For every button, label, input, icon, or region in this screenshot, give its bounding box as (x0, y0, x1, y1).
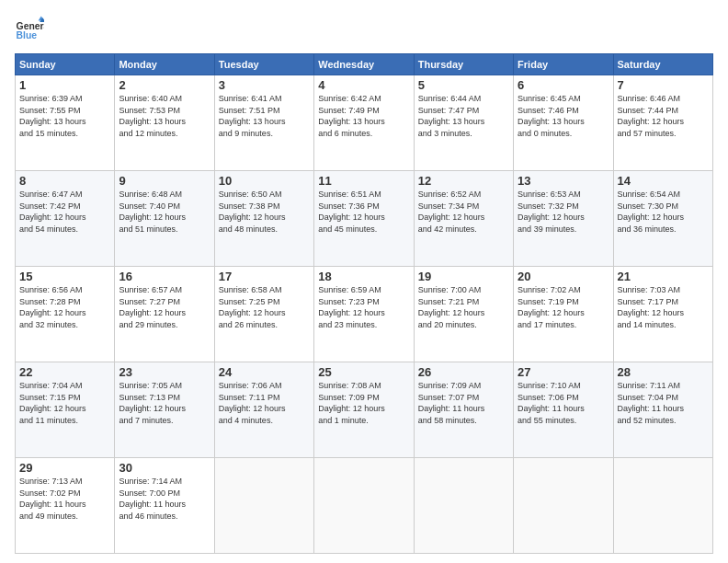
cell-info: Sunrise: 7:13 AMSunset: 7:02 PMDaylight:… (19, 476, 110, 522)
calendar-cell: 28Sunrise: 7:11 AMSunset: 7:04 PMDayligh… (613, 362, 712, 458)
cell-info: Sunrise: 6:48 AMSunset: 7:40 PMDaylight:… (119, 189, 210, 235)
cell-info: Sunrise: 6:57 AMSunset: 7:27 PMDaylight:… (119, 284, 210, 330)
calendar-header: SundayMondayTuesdayWednesdayThursdayFrid… (16, 54, 713, 75)
cell-day-number: 5 (418, 78, 509, 92)
header-cell-monday: Monday (115, 54, 214, 75)
calendar-cell: 13Sunrise: 6:53 AMSunset: 7:32 PMDayligh… (514, 171, 613, 267)
calendar-cell: 12Sunrise: 6:52 AMSunset: 7:34 PMDayligh… (414, 171, 513, 267)
cell-info: Sunrise: 7:05 AMSunset: 7:13 PMDaylight:… (119, 380, 210, 426)
header-cell-friday: Friday (514, 54, 613, 75)
cell-day-number: 21 (618, 270, 709, 283)
cell-info: Sunrise: 7:14 AMSunset: 7:00 PMDaylight:… (119, 476, 210, 522)
calendar-cell: 14Sunrise: 6:54 AMSunset: 7:30 PMDayligh… (613, 171, 712, 267)
cell-day-number: 11 (318, 174, 409, 188)
svg-text:Blue: Blue (17, 30, 38, 40)
calendar-cell: 17Sunrise: 6:58 AMSunset: 7:25 PMDayligh… (214, 267, 313, 362)
calendar-cell: 26Sunrise: 7:09 AMSunset: 7:07 PMDayligh… (414, 362, 513, 458)
cell-info: Sunrise: 6:39 AMSunset: 7:55 PMDaylight:… (19, 93, 110, 139)
cell-day-number: 29 (19, 461, 110, 475)
cell-day-number: 13 (518, 174, 609, 188)
cell-info: Sunrise: 6:52 AMSunset: 7:34 PMDaylight:… (418, 189, 509, 235)
cell-info: Sunrise: 6:51 AMSunset: 7:36 PMDaylight:… (318, 189, 409, 235)
calendar-cell: 19Sunrise: 7:00 AMSunset: 7:21 PMDayligh… (414, 267, 513, 362)
cell-info: Sunrise: 7:11 AMSunset: 7:04 PMDaylight:… (618, 380, 709, 426)
cell-info: Sunrise: 6:40 AMSunset: 7:53 PMDaylight:… (119, 93, 210, 139)
logo: General Blue (15, 15, 48, 44)
cell-day-number: 18 (318, 270, 409, 283)
header-cell-sunday: Sunday (16, 54, 115, 75)
cell-day-number: 24 (219, 365, 310, 379)
cell-day-number: 20 (518, 270, 609, 283)
cell-info: Sunrise: 6:45 AMSunset: 7:46 PMDaylight:… (518, 93, 609, 139)
cell-info: Sunrise: 6:42 AMSunset: 7:49 PMDaylight:… (318, 93, 409, 139)
header-cell-saturday: Saturday (613, 54, 712, 75)
calendar-cell: 7Sunrise: 6:46 AMSunset: 7:44 PMDaylight… (613, 75, 712, 171)
cell-day-number: 22 (19, 365, 110, 379)
calendar-cell: 9Sunrise: 6:48 AMSunset: 7:40 PMDaylight… (115, 171, 214, 267)
week-row-1: 1Sunrise: 6:39 AMSunset: 7:55 PMDaylight… (16, 75, 713, 171)
cell-day-number: 23 (119, 365, 210, 379)
cell-day-number: 2 (119, 78, 210, 92)
cell-info: Sunrise: 7:03 AMSunset: 7:17 PMDaylight:… (618, 284, 709, 330)
calendar-cell: 21Sunrise: 7:03 AMSunset: 7:17 PMDayligh… (613, 267, 712, 362)
calendar-cell: 30Sunrise: 7:14 AMSunset: 7:00 PMDayligh… (115, 458, 214, 554)
cell-day-number: 25 (318, 365, 409, 379)
calendar-cell (414, 458, 513, 554)
calendar-cell (613, 458, 712, 554)
cell-info: Sunrise: 6:58 AMSunset: 7:25 PMDaylight:… (219, 284, 310, 330)
cell-info: Sunrise: 6:41 AMSunset: 7:51 PMDaylight:… (219, 93, 310, 139)
cell-day-number: 4 (318, 78, 409, 92)
cell-day-number: 6 (518, 78, 609, 92)
cell-day-number: 3 (219, 78, 310, 92)
calendar-cell: 10Sunrise: 6:50 AMSunset: 7:38 PMDayligh… (214, 171, 313, 267)
cell-day-number: 7 (618, 78, 709, 92)
calendar-cell (314, 458, 414, 554)
calendar-cell: 4Sunrise: 6:42 AMSunset: 7:49 PMDaylight… (314, 75, 414, 171)
calendar-cell: 22Sunrise: 7:04 AMSunset: 7:15 PMDayligh… (16, 362, 115, 458)
calendar-cell: 27Sunrise: 7:10 AMSunset: 7:06 PMDayligh… (514, 362, 613, 458)
cell-info: Sunrise: 6:59 AMSunset: 7:23 PMDaylight:… (318, 284, 409, 330)
cell-day-number: 28 (618, 365, 709, 379)
cell-info: Sunrise: 7:10 AMSunset: 7:06 PMDaylight:… (518, 380, 609, 426)
cell-day-number: 1 (19, 78, 110, 92)
calendar-cell: 8Sunrise: 6:47 AMSunset: 7:42 PMDaylight… (16, 171, 115, 267)
cell-info: Sunrise: 6:56 AMSunset: 7:28 PMDaylight:… (19, 284, 110, 330)
calendar-cell: 3Sunrise: 6:41 AMSunset: 7:51 PMDaylight… (214, 75, 313, 171)
cell-info: Sunrise: 7:06 AMSunset: 7:11 PMDaylight:… (219, 380, 310, 426)
calendar-table: SundayMondayTuesdayWednesdayThursdayFrid… (15, 53, 713, 554)
cell-day-number: 17 (219, 270, 310, 283)
calendar-cell: 2Sunrise: 6:40 AMSunset: 7:53 PMDaylight… (115, 75, 214, 171)
calendar-cell: 11Sunrise: 6:51 AMSunset: 7:36 PMDayligh… (314, 171, 414, 267)
calendar-cell: 6Sunrise: 6:45 AMSunset: 7:46 PMDaylight… (514, 75, 613, 171)
cell-day-number: 30 (119, 461, 210, 475)
calendar-cell: 1Sunrise: 6:39 AMSunset: 7:55 PMDaylight… (16, 75, 115, 171)
header: General Blue (15, 15, 713, 44)
header-cell-tuesday: Tuesday (214, 54, 313, 75)
cell-info: Sunrise: 7:04 AMSunset: 7:15 PMDaylight:… (19, 380, 110, 426)
cell-day-number: 10 (219, 174, 310, 188)
cell-day-number: 26 (418, 365, 509, 379)
cell-day-number: 14 (618, 174, 709, 188)
week-row-5: 29Sunrise: 7:13 AMSunset: 7:02 PMDayligh… (16, 458, 713, 554)
page: General Blue SundayMondayTuesdayWednesda… (0, 0, 728, 563)
calendar-cell: 15Sunrise: 6:56 AMSunset: 7:28 PMDayligh… (16, 267, 115, 362)
week-row-3: 15Sunrise: 6:56 AMSunset: 7:28 PMDayligh… (16, 267, 713, 362)
calendar-cell: 24Sunrise: 7:06 AMSunset: 7:11 PMDayligh… (214, 362, 313, 458)
calendar-cell: 18Sunrise: 6:59 AMSunset: 7:23 PMDayligh… (314, 267, 414, 362)
calendar-cell (514, 458, 613, 554)
cell-info: Sunrise: 6:46 AMSunset: 7:44 PMDaylight:… (618, 93, 709, 139)
calendar-cell (214, 458, 313, 554)
cell-info: Sunrise: 7:09 AMSunset: 7:07 PMDaylight:… (418, 380, 509, 426)
calendar-body: 1Sunrise: 6:39 AMSunset: 7:55 PMDaylight… (16, 75, 713, 554)
cell-day-number: 8 (19, 174, 110, 188)
week-row-4: 22Sunrise: 7:04 AMSunset: 7:15 PMDayligh… (16, 362, 713, 458)
cell-info: Sunrise: 6:54 AMSunset: 7:30 PMDaylight:… (618, 189, 709, 235)
calendar-cell: 29Sunrise: 7:13 AMSunset: 7:02 PMDayligh… (16, 458, 115, 554)
calendar-cell: 16Sunrise: 6:57 AMSunset: 7:27 PMDayligh… (115, 267, 214, 362)
cell-day-number: 19 (418, 270, 509, 283)
calendar-cell: 5Sunrise: 6:44 AMSunset: 7:47 PMDaylight… (414, 75, 513, 171)
cell-info: Sunrise: 7:02 AMSunset: 7:19 PMDaylight:… (518, 284, 609, 330)
cell-info: Sunrise: 6:44 AMSunset: 7:47 PMDaylight:… (418, 93, 509, 139)
cell-info: Sunrise: 6:50 AMSunset: 7:38 PMDaylight:… (219, 189, 310, 235)
cell-info: Sunrise: 6:47 AMSunset: 7:42 PMDaylight:… (19, 189, 110, 235)
